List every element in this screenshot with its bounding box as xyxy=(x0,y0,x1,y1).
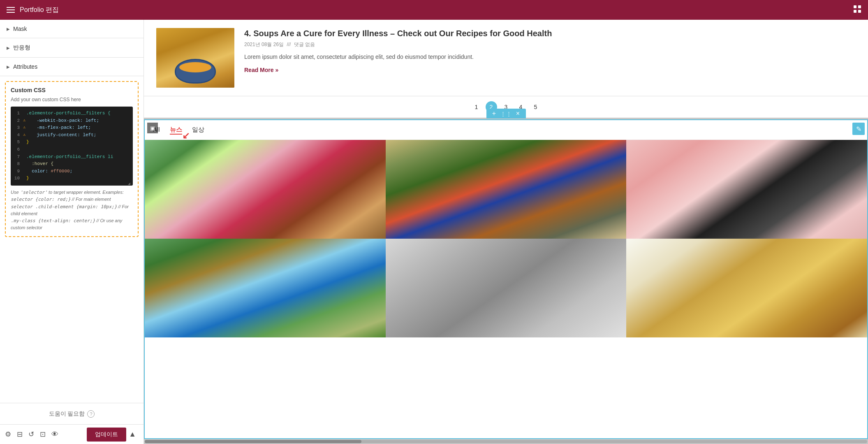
footer-icons: ⚙ ⊟ ↺ ⊡ 👁 xyxy=(5,430,58,439)
layers-icon[interactable]: ⊟ xyxy=(17,430,23,439)
resort-image xyxy=(145,239,386,337)
portfolio-widget-container: + ⋮⋮ × ▣ ✎ All 뉴스 ↙ 일상 xyxy=(144,119,868,439)
responsive-icon[interactable]: ⊡ xyxy=(40,430,46,439)
horizontal-scrollbar[interactable] xyxy=(144,439,868,444)
blog-preview: 4. Soups Are a Cure for Every Illness – … xyxy=(144,20,868,96)
sidebar-section-mask-header[interactable]: ▶ Mask xyxy=(0,20,144,38)
warning-icon-4: ⚠ xyxy=(23,132,28,138)
blog-thumbnail xyxy=(156,28,234,88)
sidebar-section-mask: ▶ Mask xyxy=(0,20,144,38)
blog-meta-sep: /// xyxy=(287,42,291,47)
sidebar-section-attributes: ▶ Attributes xyxy=(0,58,144,76)
read-more-link[interactable]: Read More » xyxy=(244,67,278,73)
sidebar: ▶ Mask ▶ 반응형 ▶ Attributes Custom CSS Add… xyxy=(0,20,144,444)
widget-add-btn[interactable]: + xyxy=(490,110,499,117)
warning-icon-3: ⚠ xyxy=(23,124,28,131)
code-line-3: 3 ⚠ -ms-flex-pack: left; xyxy=(14,124,130,132)
blog-content: 4. Soups Are a Cure for Every Illness – … xyxy=(244,28,856,74)
help-link[interactable]: 도움이 필요함 ? xyxy=(49,410,95,418)
css-hint: Use 'selector' to target wrapper element… xyxy=(11,189,133,231)
filter-tab-news[interactable]: 뉴스 ↙ xyxy=(170,126,182,134)
sidebar-section-responsive-header[interactable]: ▶ 반응형 xyxy=(0,38,144,57)
filter-tab-daily[interactable]: 일상 xyxy=(192,126,204,134)
apps-grid-icon[interactable] xyxy=(853,5,861,15)
plants-image xyxy=(145,140,386,239)
portfolio-item-portrait xyxy=(386,239,627,337)
blog-thumbnail-image xyxy=(156,28,234,88)
chevron-right-icon-2: ▶ xyxy=(7,46,10,50)
svg-rect-3 xyxy=(858,10,861,13)
code-line-4: 4 ⚠ justify-content: left; xyxy=(14,132,130,139)
code-line-6: 6 xyxy=(14,146,130,153)
settings-icon[interactable]: ⚙ xyxy=(5,430,11,439)
code-line-9: 9 color: #ff0000; xyxy=(14,168,130,175)
widget-close-btn[interactable]: × xyxy=(514,110,523,117)
soup-image xyxy=(626,239,867,337)
code-line-1: 1 .elementor-portfolio__filters { xyxy=(14,110,130,117)
blog-comments: 댓글 없음 xyxy=(294,42,315,47)
sidebar-section-responsive-label: 반응형 xyxy=(13,44,30,51)
portfolio-item-soup xyxy=(626,239,867,337)
code-line-7: 7 .elementor-portfolio__filters li xyxy=(14,153,130,161)
portfolio-item-fashion xyxy=(626,140,867,239)
soup-bowl-decoration xyxy=(175,59,216,84)
page-title: Portfolio 편집 xyxy=(20,6,59,14)
svg-rect-0 xyxy=(854,5,856,8)
portrait-image xyxy=(386,239,627,337)
svg-rect-1 xyxy=(858,5,861,8)
footer-toolbar: ⚙ ⊟ ↺ ⊡ 👁 업데이트 ▲ xyxy=(0,424,144,444)
blog-meta: 2021년 08월 26일 /// 댓글 없음 xyxy=(244,41,856,48)
chevron-right-icon: ▶ xyxy=(7,27,10,31)
hamburger-menu-icon[interactable] xyxy=(7,7,15,13)
update-arrow-icon[interactable]: ▲ xyxy=(126,430,139,439)
code-line-10: 10 } xyxy=(14,175,130,182)
portfolio-item-resort xyxy=(145,239,386,337)
portfolio-item-plants xyxy=(145,140,386,239)
page-5[interactable]: 5 xyxy=(530,101,542,113)
blog-date: 2021년 08월 26일 xyxy=(244,42,284,47)
code-line-8: 8 :hover { xyxy=(14,160,130,168)
content-area: 4. Soups Are a Cure for Every Illness – … xyxy=(144,20,868,444)
filter-tabs: All 뉴스 ↙ 일상 xyxy=(145,120,867,140)
widget-toolbar: + ⋮⋮ × xyxy=(486,109,526,119)
couple-image xyxy=(386,140,627,239)
widget-edit-button[interactable]: ✎ xyxy=(852,123,865,135)
sidebar-section-responsive: ▶ 반응형 xyxy=(0,38,144,58)
blog-post: 4. Soups Are a Cure for Every Illness – … xyxy=(156,28,856,88)
fashion-image xyxy=(626,140,867,239)
portfolio-item-couple xyxy=(386,140,627,239)
sidebar-section-attributes-header[interactable]: ▶ Attributes xyxy=(0,58,144,76)
top-bar: Portfolio 편집 xyxy=(0,0,868,20)
svg-rect-2 xyxy=(854,10,856,13)
code-line-5: 5 } xyxy=(14,139,130,146)
help-label: 도움이 필요함 xyxy=(49,410,85,418)
resize-handle[interactable]: ◢ xyxy=(128,181,133,186)
code-line-2: 2 ⚠ -webkit-box-pack: left; xyxy=(14,117,130,125)
chevron-right-icon-3: ▶ xyxy=(7,65,10,69)
custom-css-subtitle: Add your own custom CSS here xyxy=(11,97,133,102)
update-button[interactable]: 업데이트 xyxy=(87,428,126,442)
history-icon[interactable]: ↺ xyxy=(28,430,34,439)
portfolio-grid xyxy=(145,140,867,438)
blog-title: 4. Soups Are a Cure for Every Illness – … xyxy=(244,28,856,39)
sidebar-section-mask-label: Mask xyxy=(13,26,27,32)
sidebar-section-attributes-label: Attributes xyxy=(13,63,37,70)
scrollbar-thumb[interactable] xyxy=(145,440,361,443)
warning-icon-2: ⚠ xyxy=(23,117,28,124)
sidebar-help[interactable]: 도움이 필요함 ? xyxy=(0,403,144,424)
view-icon[interactable]: 👁 xyxy=(51,430,58,439)
custom-css-section: Custom CSS Add your own custom CSS here … xyxy=(5,81,139,237)
widget-move-handle[interactable]: ⋮⋮ xyxy=(500,111,512,117)
blog-excerpt: Lorem ipsum dolor sit amet, consectetur … xyxy=(244,52,856,61)
code-editor[interactable]: 1 .elementor-portfolio__filters { 2 ⚠ -w… xyxy=(11,107,133,186)
help-icon: ? xyxy=(87,410,95,418)
page-1[interactable]: 1 xyxy=(471,101,482,113)
custom-css-title: Custom CSS xyxy=(11,87,133,93)
widget-type-icon[interactable]: ▣ xyxy=(147,123,158,133)
scrollbar-track[interactable] xyxy=(145,440,867,443)
